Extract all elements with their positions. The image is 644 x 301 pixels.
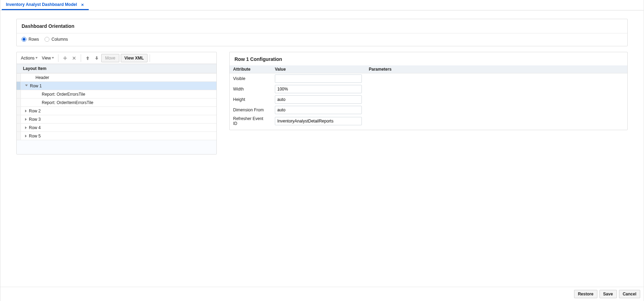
chevron-down-icon[interactable] bbox=[25, 85, 28, 86]
actions-menu[interactable]: Actions bbox=[19, 54, 40, 62]
tree-row-label: Row 3 bbox=[29, 117, 41, 122]
config-attr-label: Width bbox=[230, 84, 271, 94]
restore-button[interactable]: Restore bbox=[574, 290, 597, 298]
row-handle bbox=[17, 115, 21, 123]
tree-row-label: Row 4 bbox=[29, 125, 41, 130]
move-down-button[interactable] bbox=[92, 54, 101, 63]
orientation-panel: Dashboard Orientation Rows Columns bbox=[16, 19, 628, 46]
chevron-down-icon bbox=[35, 57, 38, 59]
view-xml-button[interactable]: View XML bbox=[121, 54, 148, 62]
layout-toolbar: Actions View bbox=[17, 52, 216, 64]
tree-row-label: Report: OrderItemErrorsTile bbox=[42, 100, 93, 105]
orientation-radio-rows[interactable]: Rows bbox=[22, 37, 39, 42]
two-column-layout: Actions View bbox=[16, 52, 628, 155]
tab-dashboard-model[interactable]: Inventory Analyst Dashboard Model × bbox=[2, 0, 89, 10]
config-row: Visible bbox=[230, 73, 627, 84]
chevron-right-icon[interactable] bbox=[25, 118, 27, 121]
row-handle bbox=[17, 73, 21, 81]
arrow-up-icon bbox=[85, 56, 90, 61]
plus-icon bbox=[63, 56, 67, 61]
chevron-right-icon[interactable] bbox=[25, 110, 27, 112]
footer-actions: Restore Save Cancel bbox=[0, 287, 644, 301]
chevron-down-icon bbox=[52, 57, 54, 59]
layout-tree-panel: Actions View bbox=[16, 52, 217, 155]
config-parameters-cell bbox=[365, 84, 627, 94]
tabs-bar: Inventory Analyst Dashboard Model × bbox=[0, 0, 644, 10]
tree-header: Layout Item bbox=[17, 64, 216, 73]
config-value-input[interactable] bbox=[275, 85, 362, 93]
close-icon[interactable]: × bbox=[80, 2, 85, 7]
view-label: View bbox=[42, 56, 51, 61]
tab-label: Inventory Analyst Dashboard Model bbox=[6, 2, 77, 7]
tree-row[interactable]: Report: OrderErrorsTile bbox=[17, 90, 216, 98]
tree-row[interactable]: Row 5 bbox=[17, 132, 216, 140]
tree-row[interactable]: Header bbox=[17, 73, 216, 82]
col-value: Value bbox=[271, 65, 365, 73]
tree-row[interactable]: Row 3 bbox=[17, 115, 216, 124]
tree-row[interactable]: Row 2 bbox=[17, 107, 216, 115]
move-button[interactable]: Move bbox=[101, 54, 119, 62]
orientation-radio-columns[interactable]: Columns bbox=[45, 37, 68, 42]
col-parameters: Parameters bbox=[365, 65, 627, 73]
tree-row[interactable]: Row 4 bbox=[17, 124, 216, 132]
x-icon bbox=[72, 56, 77, 61]
config-row: Dimension From bbox=[230, 105, 627, 115]
row-handle bbox=[17, 98, 21, 106]
tree-row[interactable]: Report: OrderItemErrorsTile bbox=[17, 98, 216, 107]
config-title: Row 1 Configuration bbox=[230, 52, 627, 65]
tree-row-label: Row 5 bbox=[29, 134, 41, 138]
tree-row-label: Header bbox=[35, 75, 49, 80]
config-row: Height bbox=[230, 94, 627, 105]
chevron-right-icon[interactable] bbox=[25, 126, 27, 129]
tree-body: HeaderRow 1Report: OrderErrorsTileReport… bbox=[17, 73, 216, 154]
config-attr-label: Refresher Event ID bbox=[230, 115, 271, 127]
config-parameters-cell bbox=[365, 115, 627, 127]
radio-dot-icon bbox=[22, 37, 26, 42]
config-parameters-cell bbox=[365, 73, 627, 84]
tree-row-label: Row 2 bbox=[29, 109, 41, 113]
chevron-right-icon[interactable] bbox=[25, 135, 27, 137]
row-handle bbox=[17, 90, 21, 98]
row-handle bbox=[17, 132, 21, 140]
tree-row-label: Report: OrderErrorsTile bbox=[42, 92, 85, 97]
move-up-button[interactable] bbox=[83, 54, 92, 63]
delete-button[interactable] bbox=[70, 54, 79, 63]
content-area: Dashboard Orientation Rows Columns Actio… bbox=[0, 10, 644, 287]
orientation-title: Dashboard Orientation bbox=[17, 19, 627, 31]
config-value-input[interactable] bbox=[275, 74, 362, 83]
configuration-panel: Row 1 Configuration Attribute Value Para… bbox=[229, 52, 628, 130]
toolbar-separator bbox=[58, 54, 58, 62]
config-row: Width bbox=[230, 84, 627, 94]
config-attr-label: Height bbox=[230, 94, 271, 105]
tree-row-label: Row 1 bbox=[30, 84, 42, 88]
config-value-input[interactable] bbox=[275, 117, 362, 125]
save-button[interactable]: Save bbox=[599, 290, 617, 298]
arrow-down-icon bbox=[94, 56, 99, 61]
config-table: Attribute Value Parameters VisibleWidthH… bbox=[230, 65, 627, 127]
config-parameters-cell bbox=[365, 105, 627, 115]
config-attr-label: Visible bbox=[230, 73, 271, 84]
config-parameters-cell bbox=[365, 94, 627, 105]
add-button[interactable] bbox=[61, 54, 70, 63]
config-value-input[interactable] bbox=[275, 106, 362, 114]
toolbar-separator bbox=[150, 54, 150, 62]
row-handle bbox=[17, 124, 21, 132]
actions-label: Actions bbox=[21, 56, 34, 61]
row-handle bbox=[17, 107, 21, 115]
col-attribute: Attribute bbox=[230, 65, 271, 73]
cancel-button[interactable]: Cancel bbox=[619, 290, 640, 298]
toolbar-separator bbox=[81, 54, 81, 62]
config-row: Refresher Event ID bbox=[230, 115, 627, 127]
orientation-rows-label: Rows bbox=[29, 37, 39, 42]
view-menu[interactable]: View bbox=[40, 54, 56, 62]
config-value-input[interactable] bbox=[275, 95, 362, 104]
row-handle bbox=[17, 82, 21, 90]
orientation-radio-group: Rows Columns bbox=[17, 33, 627, 46]
config-attr-label: Dimension From bbox=[230, 105, 271, 115]
orientation-columns-label: Columns bbox=[51, 37, 68, 42]
tree-row[interactable]: Row 1 bbox=[17, 82, 216, 90]
radio-circle-icon bbox=[45, 37, 49, 42]
